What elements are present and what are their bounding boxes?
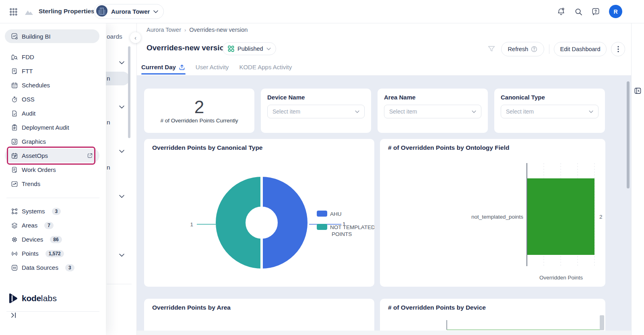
sidebar-item-points[interactable]: Points 1,572 — [0, 246, 106, 261]
panel-row-fragment: n — [107, 75, 110, 82]
bar-value-label: 2 — [599, 214, 603, 220]
trends-icon — [11, 180, 18, 188]
chevron-down-icon — [355, 110, 359, 113]
sidebar-item-assetops[interactable]: AssetOps — [5, 149, 99, 163]
logo-text-bold: kode — [22, 294, 41, 303]
chart-scrollbar-thumb[interactable] — [600, 315, 604, 330]
donut-segment-ahu[interactable] — [262, 176, 309, 270]
search-button[interactable] — [575, 8, 582, 16]
sidebar-item-oss[interactable]: OSS — [0, 92, 106, 106]
status-label: Published — [237, 45, 263, 52]
building-selector[interactable]: Aurora Tower — [94, 4, 164, 19]
sidebar-collapse-button[interactable] — [10, 311, 18, 319]
horizontal-scrollbar-track[interactable] — [137, 331, 631, 335]
legend-label-not-templated-line2: POINTS — [332, 231, 352, 237]
more-options-button[interactable] — [611, 42, 625, 56]
breadcrumb-building[interactable]: Aurora Tower — [147, 27, 181, 33]
notifications-button[interactable] — [557, 7, 566, 16]
breadcrumb: Aurora Tower › Overrides-new version — [147, 27, 248, 33]
sidebar-item-work-orders[interactable]: Work Orders — [0, 163, 106, 177]
panel-row-fragment: n — [107, 164, 110, 171]
filter-icon[interactable] — [487, 45, 495, 53]
sidebar-item-trends[interactable]: Trends — [0, 177, 106, 191]
donut-value-left: 1 — [190, 221, 193, 227]
refresh-button[interactable]: Refresh — [501, 42, 544, 56]
donut-chart[interactable]: 1 1 AHU NOT TEMPLATED POINTS — [144, 139, 374, 287]
sidebar-item-label: Devices — [22, 236, 43, 243]
tab-user-activity[interactable]: User Activity — [196, 61, 229, 73]
filter-card-area-name: Area Name Select item — [378, 89, 488, 133]
legend-swatch-not-templated[interactable] — [317, 224, 327, 230]
sidebar-item-label: Schedules — [22, 82, 50, 89]
kpi-card-overridden-points: 2 # of Overridden Points Currently — [144, 89, 254, 133]
sidebar-item-fdd[interactable]: FDD — [0, 50, 106, 64]
areas-icon — [11, 222, 18, 229]
app-window: Sterling Properties Aurora Tower — [0, 0, 644, 335]
sidebar-item-deployment-audit[interactable]: Deployment Audit — [0, 120, 106, 134]
sidebar-item-data-sources[interactable]: Data Sources 3 — [0, 261, 106, 275]
filter-label: Area Name — [384, 94, 481, 101]
sidebar-item-areas[interactable]: Areas 7 — [0, 218, 106, 232]
legend-swatch-ahu[interactable] — [317, 211, 327, 217]
status-dropdown[interactable]: Published — [223, 42, 276, 55]
tab-label: KODE Apps Activity — [239, 64, 292, 70]
select-placeholder: Select item — [506, 108, 534, 115]
breadcrumb-current: Overrides-new version — [189, 27, 248, 33]
chevron-down-icon[interactable] — [119, 150, 124, 153]
sidebar-item-label: Areas — [22, 222, 37, 229]
tab-label: Current Day — [141, 64, 176, 70]
select-placeholder: Select item — [272, 108, 300, 115]
legend-label-not-templated-line1: NOT TEMPLATED — [330, 224, 374, 230]
sidebar-item-label: Building BI — [22, 33, 51, 40]
ftt-icon — [11, 68, 18, 75]
sidebar-item-graphics[interactable]: Graphics — [0, 134, 106, 149]
bar-not-templated-points[interactable] — [527, 178, 594, 255]
panel-scrollbar[interactable] — [128, 46, 130, 138]
device-name-select[interactable]: Select item — [267, 105, 365, 118]
building-name: Aurora Tower — [111, 8, 150, 15]
edit-dashboard-button[interactable]: Edit Dashboard — [554, 42, 607, 56]
sidebar-item-systems[interactable]: Systems 3 — [0, 204, 106, 218]
area-name-select[interactable]: Select item — [384, 105, 481, 118]
help-button[interactable] — [592, 8, 600, 16]
count-badge: 7 — [44, 222, 54, 229]
chevron-down-icon[interactable] — [119, 254, 124, 257]
sidebar-item-audit[interactable]: Audit — [0, 106, 106, 120]
user-avatar[interactable]: R — [609, 5, 622, 18]
vertical-scrollbar-thumb[interactable] — [627, 81, 630, 188]
x-axis-label: Overridden Points — [539, 275, 583, 281]
breadcrumb-separator-icon: › — [184, 27, 186, 33]
schedules-icon — [11, 82, 18, 89]
sidebar-divider — [6, 198, 99, 198]
kebab-menu-icon — [617, 46, 619, 52]
select-placeholder: Select item — [389, 108, 417, 115]
chevron-down-icon[interactable] — [119, 195, 124, 198]
sidebar-item-schedules[interactable]: Schedules — [0, 78, 106, 92]
dashboard-content: 2 # of Overridden Points Currently Devic… — [137, 76, 631, 335]
chart-card-ontology-field: # of Overridden Points by Ontology Field… — [380, 139, 605, 287]
building-bi-icon — [11, 33, 18, 40]
data-sources-icon — [11, 264, 18, 271]
dashboards-panel-collapsed: oards n n n ‹ — [106, 23, 137, 335]
tab-kode-apps-activity[interactable]: KODE Apps Activity — [239, 61, 292, 73]
chevron-down-icon[interactable] — [119, 105, 124, 109]
kpi-value: 2 — [194, 98, 204, 116]
deployment-audit-icon — [11, 124, 18, 131]
tab-current-day[interactable]: Current Day — [141, 61, 185, 73]
sidebar-item-devices[interactable]: Devices 86 — [0, 232, 106, 246]
canonical-type-select[interactable]: Select item — [501, 105, 599, 118]
sidebar-item-ftt[interactable]: FTT — [0, 64, 106, 78]
panel-collapse-button[interactable]: ‹ — [130, 32, 141, 43]
graphics-icon — [11, 138, 18, 145]
company-name: Sterling Properties — [39, 8, 95, 15]
sidebar-item-building-bi[interactable]: Building BI — [5, 29, 99, 43]
external-link-icon — [87, 153, 93, 159]
refresh-label: Refresh — [508, 46, 528, 52]
bar-chart[interactable]: 2 not_templated_points Overridden Points — [380, 139, 605, 287]
chevron-down-icon[interactable] — [119, 61, 124, 64]
building-avatar — [96, 5, 107, 18]
app-launcher-icon[interactable] — [10, 8, 17, 16]
expand-panel-button[interactable] — [634, 87, 642, 95]
donut-segment-not-templated[interactable] — [215, 176, 262, 270]
main-sidebar: Building BI FDD FTT Sched — [0, 23, 106, 335]
